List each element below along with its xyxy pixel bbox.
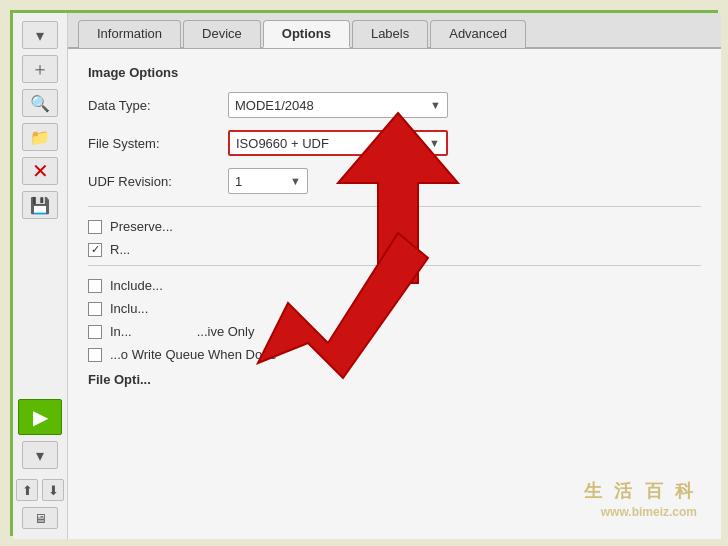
tab-options[interactable]: Options xyxy=(263,20,350,48)
file-system-value: ISO9660 + UDF xyxy=(236,136,329,151)
toolbar-small-3[interactable]: 🖥 xyxy=(22,507,58,529)
data-type-chevron-icon: ▼ xyxy=(430,99,441,111)
checkbox-write-queue-label: ...o Write Queue When Done xyxy=(110,347,277,362)
left-toolbar: ▾ ＋ 🔍 📁 ✕ 💾 ▶ ▾ ⬆ ⬇ 🖥 xyxy=(13,13,68,539)
search-button[interactable]: 🔍 xyxy=(22,89,58,117)
data-type-row: Data Type: MODE1/2048 ▼ xyxy=(88,92,701,118)
tab-device[interactable]: Device xyxy=(183,20,261,48)
toolbar-small-2[interactable]: ⬇ xyxy=(42,479,64,501)
checkbox-preserve-input[interactable] xyxy=(88,220,102,234)
udf-revision-select[interactable]: 1 ▼ xyxy=(228,168,308,194)
checkbox-include3-label: In... ...ive Only xyxy=(110,324,255,339)
delete-button[interactable]: ✕ xyxy=(22,157,58,185)
checkbox-r: ✓ R... xyxy=(88,242,701,257)
divider-2 xyxy=(88,265,701,266)
file-system-chevron-icon: ▼ xyxy=(429,137,440,149)
disk-button[interactable]: 💾 xyxy=(22,191,58,219)
udf-revision-chevron-icon: ▼ xyxy=(290,175,301,187)
udf-revision-value: 1 xyxy=(235,174,242,189)
file-system-select[interactable]: ISO9660 + UDF ▼ xyxy=(228,130,448,156)
checkbox-include1-input[interactable] xyxy=(88,279,102,293)
checkbox-preserve-label: Preserve... xyxy=(110,219,173,234)
options-panel: Image Options Data Type: MODE1/2048 ▼ Fi… xyxy=(68,49,721,415)
add-button[interactable]: ＋ xyxy=(22,55,58,83)
checkbox-include2-input[interactable] xyxy=(88,302,102,316)
data-type-value: MODE1/2048 xyxy=(235,98,314,113)
udf-revision-label: UDF Revision: xyxy=(88,174,218,189)
main-area: Information Device Options Labels Advanc… xyxy=(68,13,721,539)
go-button[interactable]: ▶ xyxy=(18,399,62,435)
checkbox-include1-label: Include... xyxy=(110,278,163,293)
folder-button[interactable]: 📁 xyxy=(22,123,58,151)
file-options-label: File Opti... xyxy=(88,372,701,387)
dropdown-button-2[interactable]: ▾ xyxy=(22,441,58,469)
toolbar-small-1[interactable]: ⬆ xyxy=(16,479,38,501)
checkbox-include2: Inclu... xyxy=(88,301,701,316)
tabs-bar: Information Device Options Labels Advanc… xyxy=(68,13,721,49)
tab-labels[interactable]: Labels xyxy=(352,20,428,48)
checkbox-r-label: R... xyxy=(110,242,130,257)
checkbox-write-queue-input[interactable] xyxy=(88,348,102,362)
checkbox-include3-input[interactable] xyxy=(88,325,102,339)
file-system-row: File System: ISO9660 + UDF ▼ xyxy=(88,130,701,156)
divider-1 xyxy=(88,206,701,207)
tab-information[interactable]: Information xyxy=(78,20,181,48)
checkbox-include1: Include... xyxy=(88,278,701,293)
checkbox-write-queue: ...o Write Queue When Done xyxy=(88,347,701,362)
dropdown-button[interactable]: ▾ xyxy=(22,21,58,49)
checkbox-preserve: Preserve... xyxy=(88,219,701,234)
checkbox-include2-label: Inclu... xyxy=(110,301,148,316)
udf-revision-row: UDF Revision: 1 ▼ xyxy=(88,168,701,194)
checkbox-r-input[interactable]: ✓ xyxy=(88,243,102,257)
file-system-label: File System: xyxy=(88,136,218,151)
section-title: Image Options xyxy=(88,65,701,80)
tab-advanced[interactable]: Advanced xyxy=(430,20,526,48)
checkbox-include3: In... ...ive Only xyxy=(88,324,701,339)
data-type-select[interactable]: MODE1/2048 ▼ xyxy=(228,92,448,118)
data-type-label: Data Type: xyxy=(88,98,218,113)
